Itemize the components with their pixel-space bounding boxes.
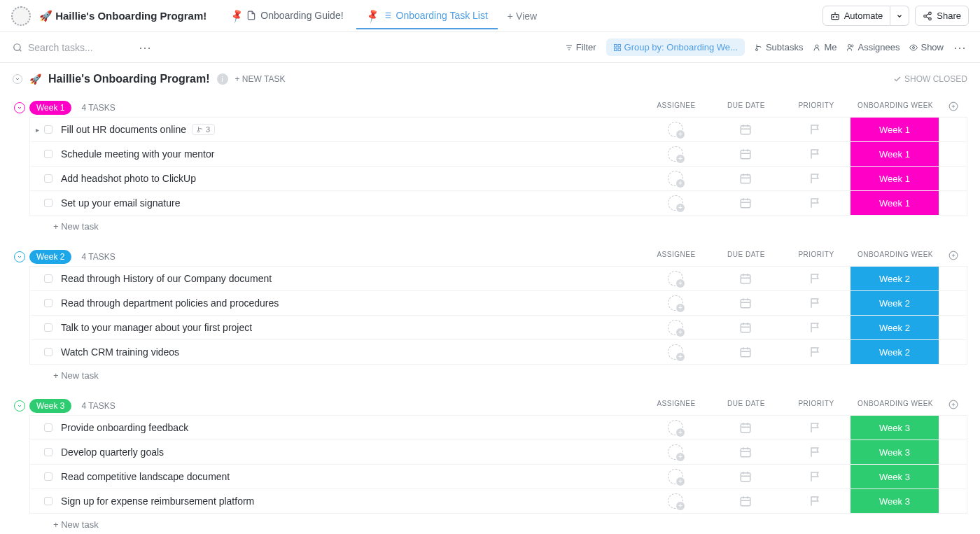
- share-button[interactable]: Share: [915, 6, 969, 26]
- add-assignee-icon[interactable]: [668, 320, 683, 335]
- collapse-all-icon[interactable]: [13, 74, 22, 84]
- task-name[interactable]: Fill out HR documents online3: [61, 124, 640, 135]
- add-assignee-icon[interactable]: [668, 420, 683, 435]
- task-name[interactable]: Read competitive landscape document: [61, 471, 640, 482]
- tab-onboarding-task-list[interactable]: 📌 Onboarding Task List: [356, 3, 498, 29]
- assignee-cell[interactable]: [640, 469, 710, 484]
- due-date-cell[interactable]: [710, 272, 780, 285]
- subtask-count-pill[interactable]: 3: [192, 124, 215, 135]
- col-assignee[interactable]: ASSIGNEE: [641, 101, 711, 114]
- group-collapse-button[interactable]: [14, 251, 25, 262]
- task-row[interactable]: ▸ Fill out HR documents online3 Week 1: [29, 117, 967, 142]
- group-badge[interactable]: Week 1: [29, 101, 71, 115]
- tab-onboarding-guide[interactable]: 📌 Onboarding Guide!: [220, 3, 353, 29]
- task-name[interactable]: Develop quarterly goals: [61, 447, 640, 458]
- due-date-cell[interactable]: [710, 421, 780, 434]
- expand-icon[interactable]: ▸: [30, 126, 44, 134]
- show-button[interactable]: Show: [909, 42, 944, 52]
- onboarding-week-cell[interactable]: Week 2: [850, 340, 939, 364]
- me-button[interactable]: Me: [813, 42, 836, 52]
- task-row[interactable]: Read competitive landscape document Week…: [29, 464, 967, 489]
- col-assignee[interactable]: ASSIGNEE: [641, 251, 711, 263]
- onboarding-week-cell[interactable]: Week 1: [850, 167, 939, 190]
- task-row[interactable]: Watch CRM training videos Week 2: [29, 339, 967, 365]
- onboarding-week-cell[interactable]: Week 2: [850, 291, 939, 315]
- onboarding-week-cell[interactable]: Week 1: [850, 118, 939, 141]
- status-checkbox[interactable]: [44, 150, 52, 158]
- priority-cell[interactable]: [780, 321, 850, 334]
- due-date-cell[interactable]: [710, 346, 780, 358]
- priority-cell[interactable]: [780, 470, 850, 483]
- due-date-cell[interactable]: [710, 172, 780, 185]
- status-checkbox[interactable]: [44, 497, 52, 505]
- priority-cell[interactable]: [780, 346, 850, 358]
- due-date-cell[interactable]: [710, 148, 780, 160]
- status-checkbox[interactable]: [44, 174, 52, 183]
- due-date-cell[interactable]: [710, 197, 780, 209]
- task-name[interactable]: Read through History of our Company docu…: [61, 273, 640, 284]
- add-assignee-icon[interactable]: [668, 444, 683, 460]
- task-name[interactable]: Set up your email signature: [61, 197, 640, 209]
- assignee-cell[interactable]: [640, 295, 710, 311]
- onboarding-week-cell[interactable]: Week 1: [850, 191, 939, 215]
- status-checkbox[interactable]: [44, 348, 52, 356]
- new-task-button[interactable]: + New task: [29, 514, 967, 530]
- automate-button[interactable]: Automate: [822, 6, 891, 26]
- add-column-button[interactable]: [939, 251, 967, 263]
- status-checkbox[interactable]: [44, 125, 52, 134]
- col-priority[interactable]: PRIORITY: [781, 251, 851, 263]
- due-date-cell[interactable]: [710, 495, 780, 507]
- task-row[interactable]: Provide onboarding feedback Week 3: [29, 415, 967, 440]
- assignees-button[interactable]: Assignees: [846, 42, 899, 52]
- status-checkbox[interactable]: [44, 472, 52, 481]
- group-badge[interactable]: Week 2: [29, 250, 71, 264]
- priority-cell[interactable]: [780, 197, 850, 209]
- add-assignee-icon[interactable]: [668, 195, 683, 211]
- priority-cell[interactable]: [780, 446, 850, 458]
- onboarding-week-cell[interactable]: Week 2: [850, 316, 939, 339]
- group-collapse-button[interactable]: [14, 102, 25, 113]
- add-assignee-icon[interactable]: [668, 295, 683, 311]
- task-row[interactable]: Add headshot photo to ClickUp Week 1: [29, 166, 967, 191]
- onboarding-week-cell[interactable]: Week 1: [850, 142, 939, 166]
- add-assignee-icon[interactable]: [668, 344, 683, 360]
- col-assignee[interactable]: ASSIGNEE: [641, 400, 711, 412]
- list-title[interactable]: Haillie's Onboarding Program!: [48, 73, 210, 85]
- due-date-cell[interactable]: [710, 321, 780, 334]
- group-badge[interactable]: Week 3: [29, 399, 71, 413]
- col-priority[interactable]: PRIORITY: [781, 400, 851, 412]
- col-priority[interactable]: PRIORITY: [781, 101, 851, 114]
- status-checkbox[interactable]: [44, 199, 52, 207]
- add-column-button[interactable]: [939, 101, 967, 114]
- status-checkbox[interactable]: [44, 323, 52, 332]
- onboarding-week-cell[interactable]: Week 3: [850, 440, 939, 464]
- onboarding-week-cell[interactable]: Week 2: [850, 267, 939, 290]
- search-input[interactable]: [28, 42, 133, 53]
- priority-cell[interactable]: [780, 148, 850, 160]
- assignee-cell[interactable]: [640, 320, 710, 335]
- info-icon[interactable]: i: [217, 73, 228, 85]
- task-row[interactable]: Schedule meeting with your mentor Week 1: [29, 141, 967, 167]
- task-row[interactable]: Set up your email signature Week 1: [29, 190, 967, 216]
- task-row[interactable]: Talk to your manager about your first pr…: [29, 315, 967, 340]
- status-checkbox[interactable]: [44, 299, 52, 307]
- task-name[interactable]: Watch CRM training videos: [61, 346, 640, 358]
- add-view-button[interactable]: + View: [500, 5, 544, 27]
- add-assignee-icon[interactable]: [668, 493, 683, 509]
- col-onboarding-week[interactable]: ONBOARDING WEEK: [851, 251, 939, 263]
- task-row[interactable]: Develop quarterly goals Week 3: [29, 440, 967, 465]
- onboarding-week-cell[interactable]: Week 3: [850, 416, 939, 440]
- priority-cell[interactable]: [780, 123, 850, 136]
- subtasks-button[interactable]: Subtasks: [755, 42, 803, 52]
- task-name[interactable]: Add headshot photo to ClickUp: [61, 173, 640, 184]
- task-row[interactable]: Sign up for expense reimbursement platfo…: [29, 489, 967, 514]
- assignee-cell[interactable]: [640, 195, 710, 211]
- add-assignee-icon[interactable]: [668, 171, 683, 186]
- assignee-cell[interactable]: [640, 122, 710, 137]
- search-more-icon[interactable]: ⋯: [139, 40, 153, 55]
- group-collapse-button[interactable]: [14, 400, 25, 412]
- onboarding-week-cell[interactable]: Week 3: [850, 465, 939, 489]
- status-checkbox[interactable]: [44, 423, 52, 432]
- due-date-cell[interactable]: [710, 297, 780, 309]
- col-onboarding-week[interactable]: ONBOARDING WEEK: [851, 101, 939, 114]
